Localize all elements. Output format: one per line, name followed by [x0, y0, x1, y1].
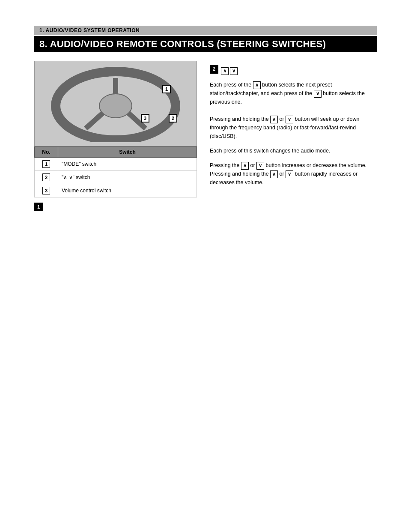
section-2-text: Each press of the ∧ button selects the n…: [210, 81, 377, 140]
up-icon-3: ∧: [241, 162, 249, 170]
badge-2: 2: [169, 114, 177, 123]
right-column: 2 ∧ ∨ Each press of the ∧ button selects…: [210, 61, 377, 216]
up-icon-4: ∧: [270, 170, 278, 178]
table-row: 2 "∧ ∨" switch: [35, 171, 197, 184]
row-2-no: 2: [35, 171, 58, 184]
up-icon-2: ∧: [270, 116, 278, 123]
badge-3: 3: [141, 114, 149, 123]
switch-table: No. Switch 1 "MODE" switch 2: [34, 146, 197, 197]
table-header-no: No.: [35, 147, 58, 158]
table-row: 3 Volume control switch: [35, 184, 197, 197]
inline-badge-2: 2: [42, 173, 50, 181]
table-header-switch: Switch: [58, 147, 197, 158]
section-2-box: 2: [210, 65, 218, 74]
row-1-no: 1: [35, 158, 58, 171]
up-icon-1: ∧: [253, 81, 261, 89]
section-1-para: Each press of this switch changes the au…: [210, 146, 377, 155]
section-2-para-2: Pressing and holding the ∧ or ∨ button w…: [210, 115, 377, 140]
steering-wheel-svg: [47, 65, 184, 142]
section-3-text: Pressing the ∧ or ∨ button increases or …: [210, 161, 377, 187]
section-2-para-1: Each press of the ∧ button selects the n…: [210, 81, 377, 106]
down-icon-3: ∨: [256, 162, 264, 170]
down-icon-1: ∨: [314, 90, 322, 98]
down-icon-2: ∨: [286, 116, 293, 123]
section-label: 1. AUDIO/VIDEO SYSTEM OPERATION: [34, 26, 377, 35]
row-3-no: 3: [35, 184, 58, 197]
inline-badge-1: 1: [42, 160, 50, 168]
header-section: 1. AUDIO/VIDEO SYSTEM OPERATION 8. AUDIO…: [34, 26, 377, 52]
row-1-label: "MODE" switch: [58, 158, 197, 171]
row-3-label: Volume control switch: [58, 184, 197, 197]
chapter-title: 8. AUDIO/VIDEO REMOTE CONTROLS (STEERING…: [34, 36, 377, 52]
left-column: 1 2 3 No. Switch 1: [34, 61, 197, 216]
up-arrow-badge: ∧: [221, 67, 229, 75]
section-3-para: Pressing the ∧ or ∨ button increases or …: [210, 161, 377, 187]
down-arrow-badge: ∨: [230, 67, 238, 75]
section-2-header: 2 ∧ ∨: [210, 65, 377, 76]
inline-badge-3: 3: [42, 187, 50, 194]
steering-diagram: 1 2 3: [34, 61, 197, 146]
badge-1: 1: [162, 85, 171, 93]
row-2-label: "∧ ∨" switch: [58, 171, 197, 184]
svg-line-3: [86, 113, 103, 129]
table-row: 1 "MODE" switch: [35, 158, 197, 171]
section-1-label: 1: [34, 203, 197, 214]
section-1-box: 1: [34, 203, 43, 211]
down-icon-4: ∨: [286, 170, 293, 178]
content-area: 1 2 3 No. Switch 1: [34, 61, 377, 216]
page-container: 1. AUDIO/VIDEO SYSTEM OPERATION 8. AUDIO…: [0, 26, 411, 532]
section-1-text-right: Each press of this switch changes the au…: [210, 146, 377, 155]
svg-point-1: [99, 94, 132, 118]
section-2-arrows: ∧ ∨: [221, 66, 238, 75]
